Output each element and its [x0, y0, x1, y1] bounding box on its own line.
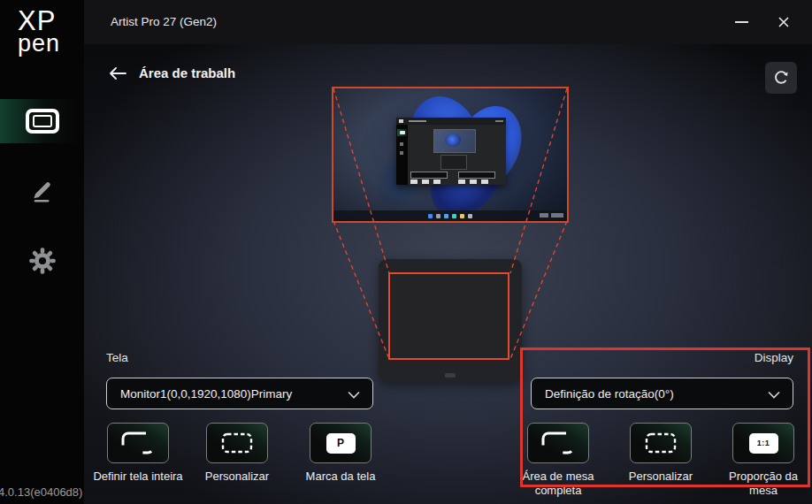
taskbar-icon	[468, 214, 472, 218]
mini-buttons-right	[458, 179, 488, 184]
taskbar-icon	[460, 214, 464, 218]
mini-logo	[399, 119, 403, 123]
mini-taskbar	[333, 210, 567, 221]
refresh-icon	[771, 68, 791, 88]
refresh-button[interactable]	[765, 62, 797, 94]
customize-dashed-icon	[643, 431, 678, 455]
work-area-icon-inner	[29, 112, 56, 130]
app-window: Artist Pro 27 (Gen2) XP pen	[0, 0, 812, 504]
minimize-button[interactable]	[728, 9, 755, 35]
back-arrow-icon	[109, 67, 126, 80]
mini-title-text	[409, 120, 426, 122]
mini-active-nav	[397, 129, 407, 136]
nav-item-work-area[interactable]	[0, 99, 84, 143]
monitor-preview[interactable]	[332, 87, 569, 223]
tablet-preview	[379, 259, 522, 382]
mini-driver-window	[396, 118, 506, 185]
window-title: Artist Pro 27 (Gen2)	[111, 15, 217, 28]
back-button[interactable]	[109, 67, 126, 80]
main-content: Área de trabalh	[84, 44, 812, 504]
titlebar: Artist Pro 27 (Gen2)	[84, 0, 812, 44]
nav-item-settings[interactable]	[0, 239, 84, 283]
full-area-icon	[540, 431, 576, 455]
taskbar-tray	[540, 213, 563, 218]
button-label: Personalizar	[612, 470, 709, 484]
full-area-icon	[120, 431, 156, 455]
customize-tile	[206, 423, 268, 463]
mini-tablet	[440, 155, 467, 170]
ratio-tile: 1:1	[732, 423, 794, 463]
full-tablet-area-button[interactable]: Área de mesa completa	[509, 423, 607, 497]
customize-dashed-icon	[219, 431, 255, 455]
pen-icon	[28, 176, 57, 204]
close-icon	[778, 16, 790, 28]
button-label: Área de mesa completa	[509, 470, 607, 497]
display-section-label: Display	[531, 351, 793, 364]
customize-tile	[630, 423, 692, 463]
work-area-icon	[26, 109, 59, 134]
nav-item-pen[interactable]	[0, 168, 84, 212]
rotation-select-value: Definição de rotação(0°)	[545, 387, 674, 401]
screen-section-label: Tela	[106, 351, 128, 364]
button-label: Marca da tela	[292, 470, 389, 484]
full-screen-tile	[107, 423, 169, 463]
button-label: Definir tela inteira	[89, 470, 187, 484]
tablet-ratio-button[interactable]: 1:1 Proporção da mesa	[715, 423, 812, 497]
tablet-logo	[445, 373, 456, 378]
page-title: Área de trabalh	[139, 65, 235, 80]
close-button[interactable]	[770, 9, 797, 35]
sidebar: XP pen	[0, 0, 84, 504]
tablet-active-area[interactable]	[388, 272, 509, 360]
mini-buttons-left	[410, 179, 440, 184]
mini-nav-dot	[400, 151, 403, 155]
xppen-logo: XP pen	[18, 9, 60, 54]
mini-nav-dot	[400, 142, 403, 146]
minimize-icon	[735, 21, 748, 23]
taskbar-icon	[452, 214, 456, 218]
mini-window-buttons	[495, 120, 503, 122]
ratio-icon: 1:1	[749, 433, 778, 454]
taskbar-icon	[436, 214, 440, 218]
taskbar-icon	[428, 214, 433, 218]
button-label: Personalizar	[188, 470, 286, 484]
mini-monitor	[433, 129, 476, 153]
mini-wallpaper	[445, 134, 461, 147]
monitor-select-value: Monitor1(0,0,1920,1080)Primary	[120, 387, 292, 401]
chevron-down-icon	[348, 391, 360, 399]
full-tablet-area-tile	[527, 423, 589, 463]
mini-dropdown-right	[458, 172, 495, 179]
screen-mark-icon: P	[326, 433, 356, 454]
taskbar-icon	[444, 214, 448, 218]
rotation-select[interactable]: Definição de rotação(0°)	[531, 378, 793, 409]
button-label: Proporção da mesa	[715, 470, 812, 497]
monitor-select[interactable]: Monitor1(0,0,1920,1080)Primary	[106, 378, 373, 409]
tablet-customize-button[interactable]: Personalizar	[612, 423, 709, 484]
screen-customize-button[interactable]: Personalizar	[188, 423, 286, 484]
mini-dropdown-left	[410, 172, 448, 179]
set-full-screen-button[interactable]: Definir tela inteira	[89, 423, 187, 484]
gear-icon	[27, 246, 57, 276]
screen-mark-tile: P	[310, 423, 372, 463]
chevron-down-icon	[768, 391, 780, 399]
mini-titlebar	[396, 118, 506, 125]
logo-text-bottom: pen	[18, 33, 60, 55]
screen-mark-button[interactable]: P Marca da tela	[292, 423, 389, 484]
version-label: 4.0.13(e0406d8)	[0, 485, 82, 499]
mini-sidebar	[396, 125, 408, 185]
